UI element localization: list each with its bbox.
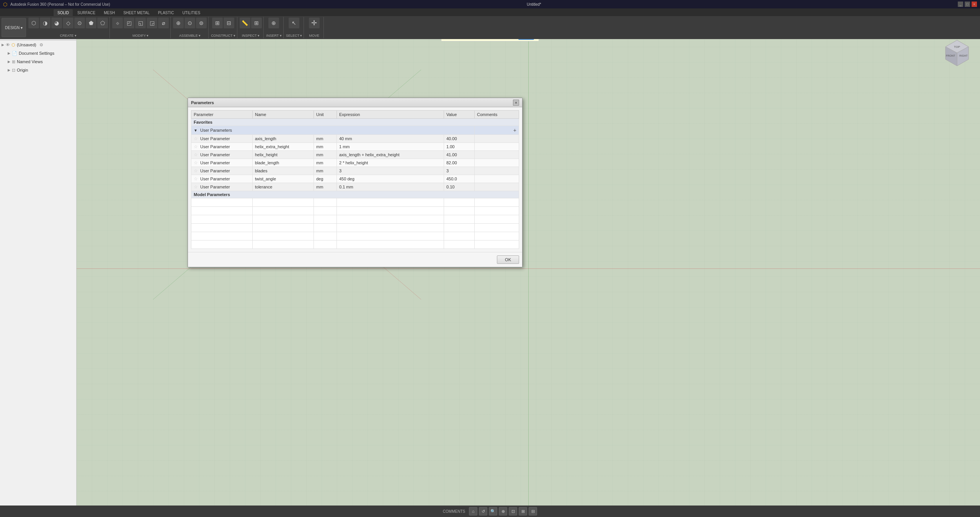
extrude-button[interactable]: ⬡ [28,18,39,28]
table-row[interactable]: ☆ User Parameter helix_extra_height mm 1… [191,143,519,151]
loft-button[interactable]: ◇ [63,18,74,28]
viewcube[interactable]: TOP RIGHT FRONT [942,38,972,69]
measure-button[interactable]: 📏 [240,18,250,28]
scale-button[interactable]: ⌀ [158,18,169,28]
sidebar-item-origin[interactable]: ▶ ⊡ Origin [0,66,76,74]
table-row[interactable]: ☆ User Parameter twist_angle deg 450 deg… [191,175,519,183]
cell-expression[interactable]: axis_length + helix_extra_height [337,151,444,159]
select-button[interactable]: ↖ [289,18,299,28]
cell-name[interactable]: axis_length [253,135,314,143]
table-row[interactable]: ☆ User Parameter helix_height mm axis_le… [191,151,519,159]
pattern-button[interactable]: ⬠ [97,18,108,28]
cell-comments[interactable] [475,167,519,175]
star-icon[interactable]: ☆ [194,160,198,165]
star-icon[interactable]: ☆ [194,136,198,141]
dialog-close-button[interactable]: × [513,100,519,106]
cell-expression[interactable]: 450 deg [337,175,444,183]
cell-unit: mm [314,167,337,175]
sidebar-item-named-views[interactable]: ▶ ⊞ Named Views [0,57,76,66]
select-group: ↖ SELECT ▾ [284,17,304,38]
cell-expression[interactable]: 40 mm [337,135,444,143]
cell-comments[interactable] [475,175,519,183]
orbit-button[interactable]: ↺ [479,507,487,515]
cell-expression[interactable]: 3 [337,167,444,175]
table-row[interactable]: ☆ User Parameter axis_length mm 40 mm 40… [191,135,519,143]
construct-icons-row: ⊞ ⊟ [212,18,234,28]
ok-button[interactable]: OK [497,255,519,264]
tab-mesh[interactable]: MESH [100,9,119,16]
table-row[interactable]: ☆ User Parameter tolerance mm 0.1 mm 0.1… [191,183,519,191]
offset-plane-button[interactable]: ⊞ [212,18,223,28]
close-button[interactable]: × [972,2,977,7]
sidebar-item-unsaved[interactable]: ▶ 👁 ⬡ (Unsaved) ⚙ [0,41,76,49]
star-icon[interactable]: ☆ [194,176,198,182]
mirror-button[interactable]: ⬟ [86,18,96,28]
cell-comments[interactable] [475,135,519,143]
star-icon[interactable]: ☆ [194,144,198,149]
collapse-icon: ▼ [194,128,198,133]
star-icon[interactable]: ☆ [194,168,198,173]
cell-name[interactable]: helix_extra_height [253,143,314,151]
sidebar-item-doc-settings[interactable]: ▶ 📄 Document Settings [0,49,76,57]
add-param-button[interactable]: + [475,126,519,135]
section-user-params[interactable]: ▼ User Parameters + [191,126,519,135]
table-row[interactable]: ☆ User Parameter blade_length mm 2 * hel… [191,159,519,167]
cell-name[interactable]: twist_angle [253,175,314,183]
empty-row [191,232,519,241]
cell-comments[interactable] [475,159,519,167]
shell-button[interactable]: ◱ [135,18,146,28]
draft-button[interactable]: ◲ [147,18,157,28]
design-dropdown[interactable]: DESIGN ▾ [2,18,26,37]
joint-button[interactable]: ⊙ [185,18,195,28]
render-settings-button[interactable]: ⊟ [529,507,537,515]
fillet-button[interactable]: ⟐ [112,18,123,28]
ribbon: SOLID SURFACE MESH SHEET METAL PLASTIC U… [0,8,980,39]
new-component-button[interactable]: ⊕ [173,18,184,28]
star-icon[interactable]: ☆ [194,184,198,190]
cell-comments[interactable] [475,151,519,159]
hole-button[interactable]: ⊙ [74,18,85,28]
move-button[interactable]: ✛ [309,18,320,28]
unsaved-icon: ⬡ [11,43,15,47]
tab-sheet-metal[interactable]: SHEET METAL [119,9,154,16]
cell-name[interactable]: helix_height [253,151,314,159]
section-favorites: Favorites [191,119,519,126]
eye-icon: 👁 [6,43,10,47]
origin-icon: ⊡ [12,68,15,73]
chamfer-button[interactable]: ◰ [124,18,134,28]
display-settings-button[interactable]: ⊞ [519,507,527,515]
cell-type: ☆ User Parameter [191,183,253,191]
inspect-group: 📏 ⊞ INSPECT ▾ [238,17,264,38]
interference-button[interactable]: ⊞ [251,18,262,28]
cell-name[interactable]: blade_length [253,159,314,167]
star-icon[interactable]: ☆ [194,152,198,157]
empty-row [191,241,519,249]
cell-expression[interactable]: 0.1 mm [337,183,444,191]
col-value: Value [444,111,475,119]
cell-name[interactable]: tolerance [253,183,314,191]
insert-button[interactable]: ⊕ [268,18,279,28]
sweep-button[interactable]: ◕ [51,18,62,28]
table-row[interactable]: ☆ User Parameter blades mm 3 3 [191,167,519,175]
zoom-button[interactable]: 🔍 [489,507,497,515]
fit-button[interactable]: ⊕ [499,507,507,515]
view-cube-button[interactable]: ⊡ [509,507,517,515]
tab-plastic[interactable]: PLASTIC [154,9,178,16]
inspect-icons-row: 📏 ⊞ [240,18,262,28]
cell-expression[interactable]: 1 mm [337,143,444,151]
cell-comments[interactable] [475,183,519,191]
minimize-button[interactable]: _ [958,2,963,7]
midplane-button[interactable]: ⊟ [224,18,234,28]
cell-expression[interactable]: 2 * helix_height [337,159,444,167]
maximize-button[interactable]: □ [965,2,970,7]
cell-name[interactable]: blades [253,167,314,175]
cell-comments[interactable] [475,143,519,151]
tab-solid[interactable]: SOLID [54,9,73,16]
home-button[interactable]: ⌂ [469,507,477,515]
tab-surface[interactable]: SURFACE [74,9,99,16]
empty-row [191,215,519,224]
revolve-button[interactable]: ◑ [40,18,51,28]
rigid-group-button[interactable]: ⊚ [196,18,207,28]
settings-icon[interactable]: ⚙ [39,43,43,47]
tab-utilities[interactable]: UTILITIES [178,9,204,16]
